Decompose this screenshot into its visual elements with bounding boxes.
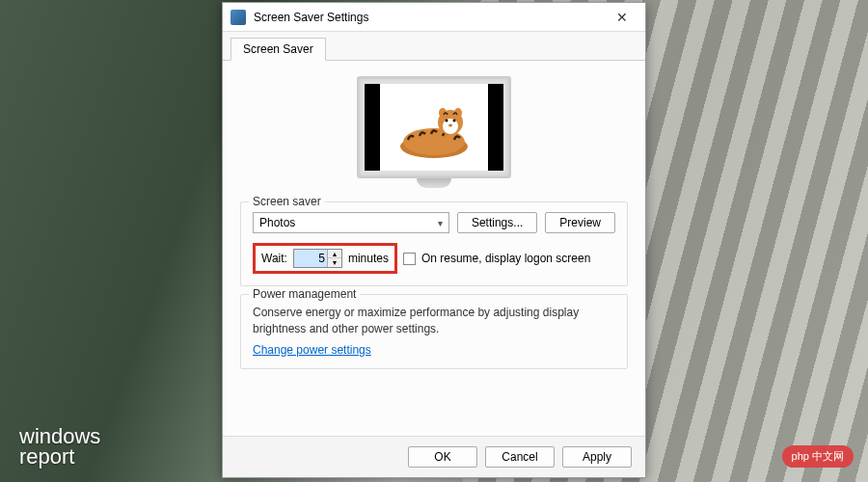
dialog-footer: OK Cancel Apply (223, 436, 645, 477)
preview-button[interactable]: Preview (545, 212, 615, 233)
power-group: Power management Conserve energy or maxi… (240, 294, 628, 369)
ok-button[interactable]: OK (408, 446, 477, 468)
apply-button[interactable]: Apply (562, 446, 632, 468)
window-title: Screen Saver Settings (254, 11, 607, 24)
power-settings-link[interactable]: Change power settings (253, 343, 371, 357)
app-icon (231, 10, 246, 25)
svg-point-6 (446, 120, 448, 122)
screen-pillarbox-right (488, 84, 503, 171)
close-button[interactable]: ✕ (607, 6, 637, 29)
wait-spinner[interactable]: ▲ ▼ (293, 249, 342, 268)
wait-row: Wait: ▲ ▼ minutes On resume, display log… (253, 243, 615, 274)
spinner-buttons: ▲ ▼ (327, 250, 341, 267)
wait-unit: minutes (348, 252, 389, 265)
resume-label: On resume, display logon screen (421, 252, 590, 265)
preview-monitor (357, 76, 511, 188)
site-badge: php 中文网 (782, 445, 854, 468)
power-group-label: Power management (249, 287, 360, 301)
screensaver-selected: Photos (259, 216, 295, 229)
monitor-frame (357, 76, 511, 178)
svg-point-8 (448, 124, 452, 127)
spinner-down-button[interactable]: ▼ (328, 258, 341, 267)
spinner-up-button[interactable]: ▲ (328, 250, 341, 258)
settings-button[interactable]: Settings... (457, 212, 537, 233)
wait-label: Wait: (261, 252, 287, 265)
power-description: Conserve energy or maximize performance … (253, 305, 615, 337)
tab-strip: Screen Saver (223, 32, 645, 61)
tab-screensaver[interactable]: Screen Saver (231, 38, 326, 61)
wait-input[interactable] (294, 250, 327, 267)
chevron-down-icon: ▾ (438, 218, 443, 228)
brand-line2: report (19, 444, 74, 469)
monitor-screen (365, 84, 503, 171)
screensaver-group: Screen saver Photos ▾ Settings... Previe… (240, 201, 628, 286)
wait-highlight: Wait: ▲ ▼ minutes (253, 243, 397, 274)
tiger-image (391, 94, 477, 161)
monitor-stand (417, 178, 451, 188)
svg-point-7 (453, 120, 456, 122)
titlebar: Screen Saver Settings ✕ (223, 3, 645, 32)
close-icon: ✕ (616, 10, 628, 25)
brand-watermark: windows report (19, 427, 100, 468)
screensaver-group-label: Screen saver (249, 195, 325, 208)
screen-pillarbox-left (365, 84, 380, 171)
cancel-button[interactable]: Cancel (485, 446, 555, 468)
dialog-content: Screen saver Photos ▾ Settings... Previe… (223, 61, 645, 436)
screensaver-select-row: Photos ▾ Settings... Preview (253, 212, 615, 233)
screen-saver-dialog: Screen Saver Settings ✕ Screen Saver (222, 2, 646, 478)
resume-checkbox[interactable] (403, 253, 416, 265)
screensaver-dropdown[interactable]: Photos ▾ (253, 212, 449, 233)
preview-photo (380, 84, 488, 171)
